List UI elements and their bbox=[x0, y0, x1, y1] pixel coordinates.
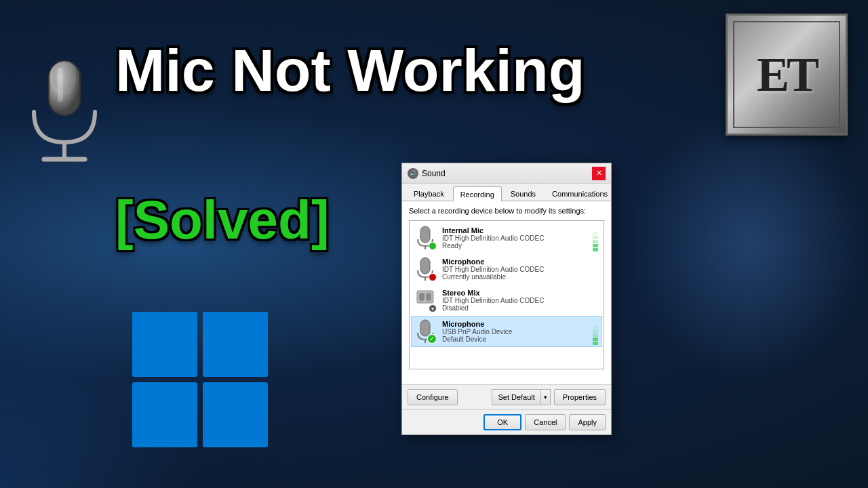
device-icon-internal-mic bbox=[415, 226, 437, 250]
level-seg bbox=[593, 248, 598, 251]
badge-default: ✓ bbox=[427, 334, 437, 344]
set-default-button[interactable]: Set Default bbox=[492, 389, 540, 405]
svg-rect-12 bbox=[420, 320, 430, 336]
level-seg bbox=[593, 338, 598, 341]
main-title: Mic Not Working bbox=[115, 41, 585, 100]
device-item-usb-mic[interactable]: ✓ Microphone USB PnP Audio Device Defaul… bbox=[411, 316, 602, 347]
dialog-action-row: OK Cancel Apply bbox=[402, 409, 611, 434]
level-seg bbox=[593, 342, 598, 345]
configure-button[interactable]: Configure bbox=[408, 389, 458, 405]
level-seg bbox=[593, 236, 598, 239]
device-icon-mic-unavailable bbox=[415, 257, 437, 281]
level-seg bbox=[593, 325, 598, 329]
windows-logo bbox=[132, 312, 268, 447]
device-name-stereo-mix: Stereo Mix bbox=[442, 289, 598, 297]
device-item-microphone-unavailable[interactable]: Microphone IDT High Definition Audio COD… bbox=[411, 253, 602, 285]
solved-text: [Solved] bbox=[115, 193, 330, 247]
configure-area: Configure bbox=[408, 389, 488, 405]
mic-svg-icon bbox=[20, 54, 108, 176]
sound-icon: 🔊 bbox=[408, 168, 418, 179]
device-name-mic-unavailable: Microphone bbox=[442, 258, 598, 266]
device-list: Internal Mic IDT High Definition Audio C… bbox=[409, 220, 604, 369]
tab-communications[interactable]: Communications bbox=[545, 186, 615, 201]
dialog-title-text: Sound bbox=[422, 169, 446, 178]
device-info-internal-mic: Internal Mic IDT High Definition Audio C… bbox=[442, 226, 598, 249]
level-seg bbox=[593, 240, 598, 243]
dialog-instruction: Select a recording device below to modif… bbox=[409, 207, 604, 215]
cancel-button[interactable]: Cancel bbox=[525, 414, 566, 430]
dialog-titlebar: 🔊 Sound ✕ bbox=[402, 163, 611, 184]
device-item-internal-mic[interactable]: Internal Mic IDT High Definition Audio C… bbox=[411, 222, 602, 253]
default-properties-area: Set Default ▾ Properties bbox=[492, 389, 606, 405]
svg-rect-11 bbox=[426, 293, 431, 301]
dialog-tabs: Playback Recording Sounds Communications bbox=[402, 184, 611, 201]
svg-rect-7 bbox=[420, 258, 430, 274]
tab-sounds[interactable]: Sounds bbox=[503, 186, 543, 201]
device-codec-usb-mic: USB PnP Audio Device bbox=[442, 328, 598, 336]
microphone-decoration bbox=[20, 54, 122, 190]
tab-playback[interactable]: Playback bbox=[406, 186, 452, 201]
level-seg bbox=[593, 333, 598, 337]
device-status-internal-mic: Ready bbox=[442, 242, 598, 249]
win-pane-tl bbox=[132, 312, 197, 377]
dialog-title-left: 🔊 Sound bbox=[408, 168, 446, 179]
device-status-mic-unavailable: Currently unavailable bbox=[442, 273, 598, 281]
win-pane-bl bbox=[132, 382, 197, 447]
apply-button[interactable]: Apply bbox=[569, 414, 606, 430]
ok-button[interactable]: OK bbox=[484, 414, 521, 430]
content-layer: Mic Not Working [Solved] ET 🔊 Sound ✕ Pl… bbox=[0, 0, 868, 488]
device-level-bar-1 bbox=[593, 224, 598, 251]
level-seg bbox=[593, 244, 598, 247]
device-level-bar-4 bbox=[593, 318, 598, 345]
set-default-arrow-button[interactable]: ▾ bbox=[540, 389, 551, 405]
svg-rect-5 bbox=[420, 226, 430, 243]
badge-ready bbox=[429, 242, 437, 250]
badge-unavailable bbox=[429, 273, 437, 281]
device-info-stereo-mix: Stereo Mix IDT High Definition Audio COD… bbox=[442, 289, 598, 312]
win-pane-br bbox=[203, 382, 268, 447]
device-name-internal-mic: Internal Mic bbox=[442, 226, 598, 235]
device-status-stereo-mix: Disabled bbox=[442, 304, 598, 312]
svg-rect-4 bbox=[58, 68, 63, 102]
set-default-split: Set Default ▾ bbox=[492, 389, 550, 405]
device-codec-internal-mic: IDT High Definition Audio CODEC bbox=[442, 235, 598, 242]
level-seg bbox=[593, 329, 598, 333]
device-icon-usb-mic: ✓ bbox=[415, 319, 437, 344]
et-logo-text: ET bbox=[757, 47, 816, 103]
svg-rect-10 bbox=[419, 293, 425, 301]
win-pane-tr bbox=[203, 312, 268, 377]
device-name-usb-mic: Microphone bbox=[442, 320, 598, 328]
tab-recording[interactable]: Recording bbox=[453, 186, 502, 201]
device-info-mic-unavailable: Microphone IDT High Definition Audio COD… bbox=[442, 258, 598, 281]
device-icon-stereo-mix: ▼ bbox=[415, 288, 437, 312]
et-logo: ET bbox=[726, 14, 848, 136]
dialog-footer-controls: Configure Set Default ▾ Properties bbox=[402, 384, 611, 409]
properties-button[interactable]: Properties bbox=[554, 389, 606, 405]
device-status-usb-mic: Default Device bbox=[442, 336, 598, 343]
sound-dialog: 🔊 Sound ✕ Playback Recording Sounds Comm… bbox=[401, 163, 612, 435]
dialog-close-button[interactable]: ✕ bbox=[592, 167, 606, 180]
level-seg bbox=[593, 232, 598, 235]
badge-disabled: ▼ bbox=[429, 304, 437, 312]
device-info-usb-mic: Microphone USB PnP Audio Device Default … bbox=[442, 320, 598, 343]
device-item-stereo-mix[interactable]: ▼ Stereo Mix IDT High Definition Audio C… bbox=[411, 285, 602, 316]
svg-rect-1 bbox=[53, 61, 76, 92]
device-codec-mic-unavailable: IDT High Definition Audio CODEC bbox=[442, 266, 598, 273]
device-codec-stereo-mix: IDT High Definition Audio CODEC bbox=[442, 297, 598, 304]
dialog-body: Select a recording device below to modif… bbox=[402, 201, 611, 384]
